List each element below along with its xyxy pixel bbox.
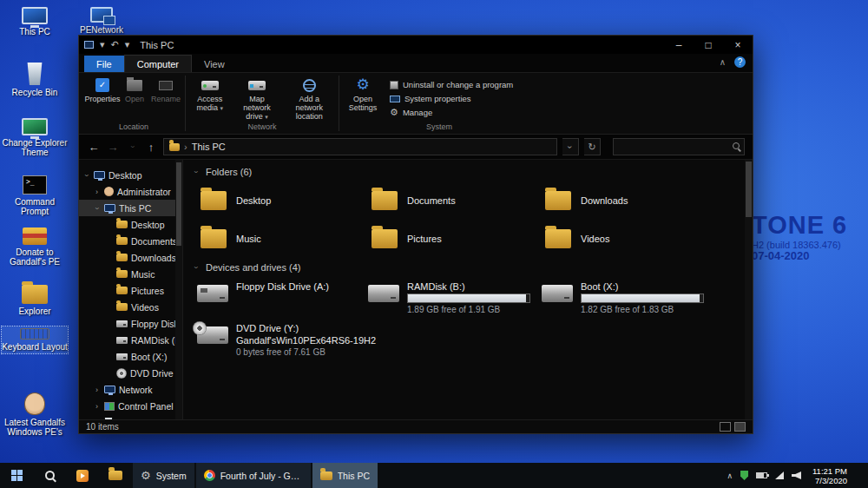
maximize-button[interactable]: □ xyxy=(694,36,723,54)
access-media-button[interactable]: Access media ▾ xyxy=(188,76,231,122)
system-properties-button[interactable]: System properties xyxy=(385,92,517,105)
collapse-ribbon-icon[interactable]: ∧ xyxy=(720,57,726,67)
forward-icon[interactable]: → xyxy=(106,141,120,154)
thumbnails-view-icon[interactable] xyxy=(734,422,746,432)
desktop-icon-penetwork[interactable]: PENetwork xyxy=(75,5,128,36)
rename-button[interactable]: Rename xyxy=(149,76,182,122)
window-title: This PC xyxy=(140,40,174,50)
nav-item-music[interactable]: Music xyxy=(79,266,182,282)
details-view-icon[interactable] xyxy=(720,422,731,432)
folder-item-desktop[interactable]: Desktop xyxy=(190,184,357,217)
nav-item-documents[interactable]: Documents xyxy=(79,233,182,249)
nav-item-this-pc[interactable]: › This PC xyxy=(79,200,182,216)
nav-item-videos[interactable]: Videos xyxy=(79,299,182,315)
ribbon-tab-strip: File Computer View xyxy=(79,54,753,73)
uninstall-program-button[interactable]: Uninstall or change a program xyxy=(385,78,517,91)
section-header-folders[interactable]: › Folders (6) xyxy=(192,167,252,177)
collapsed-chevron-icon[interactable]: › xyxy=(93,188,101,196)
nav-item-boot[interactable]: Boot (X:) xyxy=(79,348,182,365)
section-header-devices[interactable]: › Devices and drives (4) xyxy=(192,262,300,273)
desktop-icon-command-prompt[interactable]: >_ Command Prompt xyxy=(2,174,68,218)
map-network-drive-button[interactable]: Map network drive ▾ xyxy=(233,76,280,122)
security-shield-icon[interactable] xyxy=(740,471,748,480)
search-input[interactable] xyxy=(614,139,744,155)
nav-item-pictures[interactable]: Pictures xyxy=(79,282,182,299)
nav-item-network[interactable]: › Network xyxy=(79,381,182,398)
nav-item-administrator[interactable]: › Administrator xyxy=(79,183,182,200)
start-button[interactable] xyxy=(0,463,33,488)
volume-icon[interactable] xyxy=(792,472,801,479)
folder-item-downloads[interactable]: Downloads xyxy=(535,184,701,217)
nav-item-ramdisk[interactable]: RAMDisk (B:) xyxy=(79,332,182,348)
nav-item-dvd[interactable]: DVD Drive (Y:) xyxy=(79,365,182,381)
nav-item-desktop[interactable]: Desktop xyxy=(79,216,182,233)
manage-button[interactable]: ⚙ Manage xyxy=(385,106,517,119)
desktop-icon-explorer[interactable]: Explorer xyxy=(2,283,68,318)
recent-locations-icon[interactable]: › xyxy=(125,142,139,151)
add-location-label: Add a network location xyxy=(285,95,334,121)
task-browser[interactable]: Fourth of July - Go... xyxy=(196,463,311,488)
navigation-pane: › Desktop › Administrator › This PC Desk… xyxy=(79,160,183,419)
folder-item-pictures[interactable]: Pictures xyxy=(361,222,528,255)
sidebar-scrollbar[interactable] xyxy=(175,160,182,419)
files-scroll-thumb[interactable] xyxy=(746,162,752,217)
tab-computer[interactable]: Computer xyxy=(124,55,192,72)
folder-item-music[interactable]: Music xyxy=(190,222,357,255)
close-button[interactable]: × xyxy=(723,36,753,54)
app-window-icon[interactable] xyxy=(84,41,94,49)
desktop-icon-change-theme[interactable]: Change Explorer Theme xyxy=(2,116,68,159)
desktop-icon-donate[interactable]: Donate to Gandalf's PE xyxy=(2,226,68,268)
nav-item-control-panel[interactable]: › Control Panel xyxy=(79,398,182,414)
network-signal-icon[interactable] xyxy=(775,472,784,479)
search-box[interactable] xyxy=(613,138,745,155)
collapsed-chevron-icon[interactable]: › xyxy=(93,402,101,411)
open-button[interactable]: Open xyxy=(122,76,148,122)
files-scrollbar[interactable] xyxy=(745,160,753,419)
battery-icon[interactable] xyxy=(756,472,767,478)
minimize-button[interactable]: – xyxy=(664,36,694,54)
folder-item-documents[interactable]: Documents xyxy=(361,184,528,217)
qat-customize-icon[interactable]: ▾ xyxy=(125,39,130,50)
folder-item-videos[interactable]: Videos xyxy=(535,222,701,255)
drive-item-dvd[interactable]: DVD Drive (Y:) Gandalf'sWin10PEx64RS6-19… xyxy=(190,321,376,359)
tab-file[interactable]: File xyxy=(84,56,124,72)
address-box[interactable]: › This PC xyxy=(163,138,557,155)
drive-item-boot[interactable]: Boot (X:) 1.82 GB free of 1.83 GB xyxy=(535,280,704,316)
nav-item-downloads[interactable]: Downloads xyxy=(79,249,182,266)
expanded-chevron-icon[interactable]: › xyxy=(93,204,101,213)
undo-icon[interactable]: ↶ xyxy=(111,39,119,50)
back-icon[interactable]: ← xyxy=(87,141,101,154)
drive-shape xyxy=(248,81,266,90)
expanded-chevron-icon[interactable]: › xyxy=(82,171,90,180)
help-icon[interactable]: ? xyxy=(734,56,746,68)
desktop-icon-recycle-bin[interactable]: Recycle Bin xyxy=(2,61,68,99)
address-dropdown-button[interactable]: › xyxy=(562,138,579,155)
taskbar-media-button[interactable] xyxy=(66,463,99,488)
collapsed-chevron-icon[interactable]: › xyxy=(93,386,101,394)
clock-date: 7/3/2020 xyxy=(815,476,847,485)
desktop-icon-latest-pes[interactable]: Latest Gandalfs Windows PE's xyxy=(2,391,68,439)
drive-item-ramdisk[interactable]: RAMDisk (B:) 1.89 GB free of 1.91 GB xyxy=(361,280,530,316)
desktop-icon-this-pc[interactable]: This PC xyxy=(2,5,68,38)
open-settings-button[interactable]: ⚙ Open Settings xyxy=(342,76,384,122)
taskbar-search-button[interactable] xyxy=(33,463,66,488)
drive-name: Floppy Disk Drive (A:) xyxy=(236,281,329,292)
properties-button[interactable]: ✓ Properties xyxy=(85,76,120,122)
task-system[interactable]: ⚙ System xyxy=(133,463,194,488)
add-network-location-button[interactable]: Add a network location xyxy=(283,76,336,122)
up-icon[interactable]: ↑ xyxy=(144,141,158,154)
taskbar-clock[interactable]: 11:21 PM 7/3/2020 xyxy=(809,466,851,485)
sidebar-scroll-thumb[interactable] xyxy=(176,162,181,246)
tray-expand-icon[interactable]: ∧ xyxy=(727,472,733,480)
refresh-button[interactable]: ↻ xyxy=(584,138,601,155)
tab-view[interactable]: View xyxy=(192,56,237,72)
breadcrumb-path[interactable]: This PC xyxy=(192,142,226,152)
drive-item-floppy[interactable]: Floppy Disk Drive (A:) xyxy=(190,280,329,304)
desktop-icon-keyboard-layout[interactable]: Keyboard Layout xyxy=(2,326,68,353)
qat-dropdown-icon[interactable]: ▾ xyxy=(100,39,105,50)
nav-item-desktop-root[interactable]: › Desktop xyxy=(79,167,182,183)
task-this-pc[interactable]: This PC xyxy=(312,463,378,488)
taskbar-explorer-button[interactable] xyxy=(99,463,132,488)
drive-name: RAMDisk (B:) xyxy=(407,281,530,292)
nav-item-floppy[interactable]: Floppy Disk Dri xyxy=(79,315,182,332)
